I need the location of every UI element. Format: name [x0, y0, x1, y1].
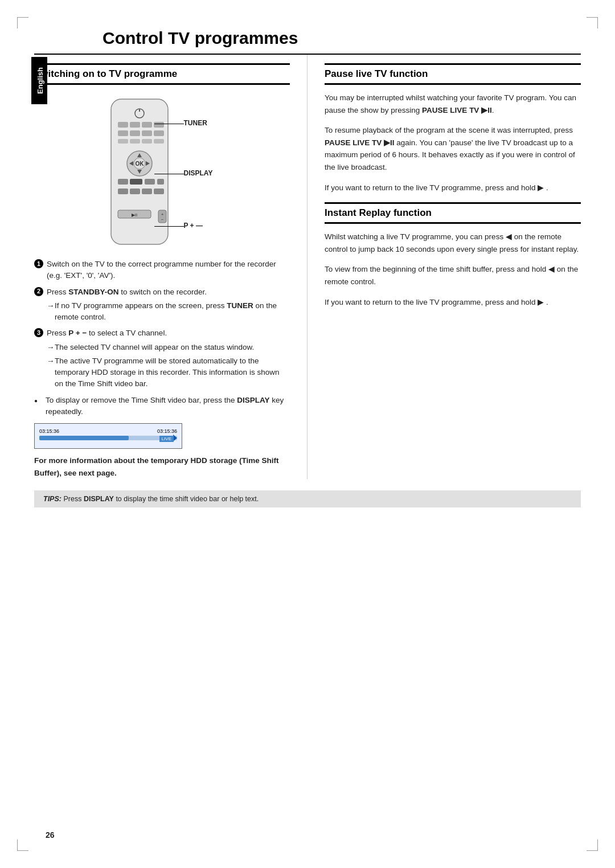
tsb-live-label: LIVE	[159, 436, 174, 442]
tsb-time-left: 03:15:36	[39, 428, 59, 434]
tuner-label: TUNER	[184, 119, 207, 127]
step-2: 2 Press STANDBY-ON to switch on the reco…	[34, 286, 290, 324]
svg-rect-9	[142, 130, 152, 136]
svg-rect-28	[142, 189, 152, 194]
tsb-bar-bg	[39, 436, 177, 440]
step-2-badge: 2	[34, 287, 43, 296]
svg-rect-26	[118, 189, 128, 194]
pause-section-heading: Pause live TV function	[325, 63, 581, 85]
right-column: Pause live TV function You may be interr…	[308, 55, 581, 479]
instant-replay-para-2: To view from the beginning of the time s…	[325, 263, 581, 288]
step-2-text: Press STANDBY-ON to switch on the record…	[47, 288, 207, 296]
page-number: 26	[46, 830, 55, 840]
svg-rect-14	[154, 139, 164, 144]
tsb-time-right: 03:15:36	[157, 428, 177, 434]
display-line	[154, 174, 184, 174]
pause-para-2: To resume playback of the program at the…	[325, 124, 581, 173]
svg-rect-7	[118, 130, 128, 136]
svg-rect-23	[130, 179, 142, 185]
timeshift-bar-inner: 03:15:36 03:15:36 LIVE	[39, 428, 177, 444]
svg-rect-12	[130, 139, 140, 144]
corner-tr	[587, 17, 598, 28]
remote-svg-wrap: OK	[100, 96, 225, 250]
svg-rect-11	[118, 139, 128, 144]
corner-bl	[17, 840, 28, 851]
main-columns: Switching on to TV programme	[34, 55, 581, 479]
step-3-badge: 3	[34, 328, 43, 337]
tips-bar: TIPS: Press DISPLAY to display the time …	[34, 490, 581, 507]
tsb-top-row: 03:15:36 03:15:36	[39, 428, 177, 434]
instant-replay-para-3: If you want to return to the live TV pro…	[325, 296, 581, 309]
svg-rect-8	[130, 130, 140, 136]
page-container: English Control TV programmes Switching …	[0, 0, 615, 868]
svg-rect-3	[118, 122, 128, 128]
svg-text:OK: OK	[135, 161, 144, 167]
pause-section-title: Pause live TV function	[325, 68, 428, 79]
step-3: 3 Press P + − to select a TV channel. Th…	[34, 327, 290, 390]
pause-para-1: You may be interrupted whilst watching y…	[325, 92, 581, 116]
corner-tl	[17, 17, 28, 28]
instant-replay-section-heading: Instant Replay function	[325, 202, 581, 224]
svg-text:▶II: ▶II	[131, 212, 137, 218]
svg-rect-6	[154, 122, 164, 128]
step-3-sub-1: The selected TV channel will appear on t…	[47, 342, 290, 353]
svg-text:+: +	[161, 212, 163, 217]
step-2-sub-1: If no TV programme appears on the screen…	[47, 300, 290, 324]
left-section-heading: Switching on to TV programme	[34, 63, 290, 85]
svg-rect-27	[130, 189, 140, 194]
tips-text: Press DISPLAY to display the time shift …	[63, 495, 259, 503]
step-1: 1 Switch on the TV to the correct progra…	[34, 259, 290, 282]
remote-illustration: OK	[34, 96, 290, 250]
left-column: Switching on to TV programme	[34, 55, 308, 479]
left-section-title: Switching on to TV programme	[34, 68, 177, 79]
svg-rect-10	[154, 130, 164, 136]
steps-list: 1 Switch on the TV to the correct progra…	[34, 259, 290, 390]
display-label: DISPLAY	[184, 169, 213, 177]
tuner-line	[154, 124, 184, 124]
svg-rect-13	[142, 139, 152, 144]
p-line	[154, 226, 184, 227]
tsb-play-indicator	[173, 435, 177, 441]
step-1-badge: 1	[34, 259, 43, 268]
step-1-text: Switch on the TV to the correct programm…	[47, 260, 276, 280]
svg-rect-29	[154, 189, 164, 194]
more-info-text: For more information about the temporary…	[34, 455, 290, 479]
svg-rect-25	[157, 179, 164, 185]
corner-br	[587, 840, 598, 851]
step-3-sub-2: The active TV programme will be stored a…	[47, 355, 290, 390]
svg-rect-24	[145, 179, 155, 185]
step-3-text: Press P + − to select a TV channel.	[47, 329, 167, 337]
svg-rect-5	[142, 122, 152, 128]
bullet-display-item: To display or remove the Time Shift vide…	[34, 395, 290, 418]
svg-text:−: −	[161, 217, 163, 222]
timeshift-bar-container: 03:15:36 03:15:36 LIVE	[34, 423, 290, 449]
page-title: Control TV programmes	[34, 0, 581, 55]
svg-rect-22	[118, 179, 128, 185]
tips-label: TIPS:	[43, 495, 62, 503]
p-label: P + —	[184, 222, 203, 230]
timeshift-bar: 03:15:36 03:15:36 LIVE	[34, 423, 182, 449]
tsb-bar-fill	[39, 436, 129, 440]
instant-replay-section-title: Instant Replay function	[325, 207, 432, 218]
instant-replay-para-1: Whilst watching a live TV programme, you…	[325, 231, 581, 255]
svg-rect-4	[130, 122, 140, 128]
pause-para-3: If you want to return to the live TV pro…	[325, 182, 581, 194]
remote-svg: OK	[100, 96, 179, 250]
